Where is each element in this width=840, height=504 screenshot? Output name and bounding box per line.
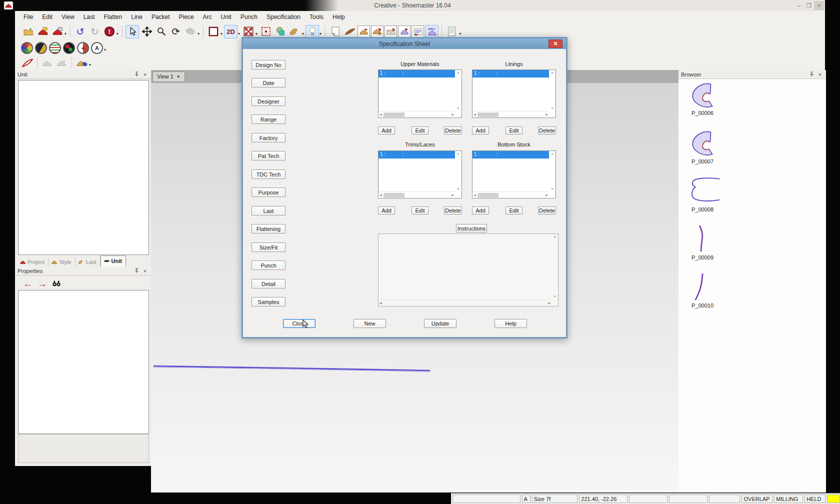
zoom-icon[interactable] [154, 25, 168, 38]
status-overlap-flag[interactable]: OVERLAP [742, 494, 772, 503]
undo-tools-caret-icon[interactable]: ▾ [116, 32, 118, 36]
scrollbar-thumb[interactable] [384, 193, 404, 198]
unit-tree-area[interactable] [18, 80, 149, 255]
piece-thumbnail[interactable] [690, 272, 710, 301]
piece-thumbnail[interactable] [688, 81, 720, 110]
save-style-icon[interactable] [50, 25, 64, 38]
join-piece-icon[interactable] [398, 26, 410, 38]
minimize-button[interactable]: – [794, 1, 804, 10]
properties-content-area[interactable] [18, 290, 149, 434]
scroll-right-icon[interactable]: ▶ [546, 113, 548, 116]
instructions-text-area[interactable]: ▲▼ ◀▶ [378, 234, 558, 306]
range-button[interactable]: Range [252, 114, 286, 124]
menu-piece[interactable]: Piece [174, 12, 198, 22]
tab-unit[interactable]: Unit [100, 256, 126, 266]
close-panel-icon[interactable]: × [816, 72, 824, 78]
piece-thumbnail[interactable] [688, 129, 720, 158]
lightbulb-caret-icon[interactable]: ▾ [320, 32, 322, 36]
pat-tech-button[interactable]: Pat Tech [252, 151, 286, 160]
next-arrow-icon[interactable]: → [38, 279, 47, 288]
scrollbar-thumb[interactable] [478, 112, 498, 117]
list-selected-row[interactable]: 1 : : [472, 151, 549, 158]
upper-add-button[interactable]: Add [378, 126, 395, 134]
list-selected-row[interactable]: 1 : : [472, 70, 549, 78]
scroll-up-icon[interactable]: ▲ [457, 71, 460, 74]
close-window-button[interactable]: × [814, 1, 824, 10]
copy-piece-icon[interactable] [371, 26, 384, 38]
zoom-region-icon[interactable] [259, 25, 272, 38]
piece-list-icon[interactable] [412, 26, 424, 38]
bottom-edit-button[interactable]: Edit [506, 206, 522, 214]
sole-pen-icon[interactable] [20, 56, 34, 70]
close-panel-icon[interactable]: × [142, 72, 148, 78]
trims-add-button[interactable]: Add [378, 206, 395, 214]
menu-help[interactable]: Help [328, 12, 350, 22]
edit-piece-icon[interactable] [343, 25, 356, 38]
samples-button[interactable]: Samples [252, 297, 286, 306]
file-tools-caret-icon[interactable]: ▾ [64, 32, 66, 36]
punch-button[interactable]: Punch [252, 260, 286, 270]
linings-delete-button[interactable]: Delete [538, 126, 556, 134]
new-button[interactable]: New [354, 319, 386, 328]
browser-item-label[interactable]: P_00007 [680, 158, 725, 164]
tdc-tech-button[interactable]: TDC Tech [252, 170, 286, 179]
close-panel-icon[interactable]: × [142, 268, 148, 274]
night-view-icon[interactable] [35, 42, 47, 54]
color-brush-icon[interactable] [75, 56, 88, 70]
upper-edit-button[interactable]: Edit [412, 126, 428, 134]
menu-specification[interactable]: Specification [262, 12, 305, 22]
instructions-button[interactable]: Instructions [456, 224, 487, 232]
scroll-left-icon[interactable]: ◀ [380, 302, 382, 304]
frame-icon[interactable] [206, 25, 220, 38]
trims-delete-button[interactable]: Delete [444, 206, 462, 214]
status-held-flag[interactable]: HELD [804, 494, 826, 503]
menu-view[interactable]: View [57, 12, 79, 22]
flatten-piece-icon[interactable] [55, 56, 68, 70]
view-tab[interactable]: View 1 ▼ [152, 72, 185, 82]
designer-button[interactable]: Designer [252, 96, 286, 106]
menu-line[interactable]: Line [126, 12, 147, 22]
last-caret-icon[interactable]: ▾ [302, 32, 304, 36]
open-style-icon[interactable] [36, 25, 50, 38]
menu-punch[interactable]: Punch [236, 12, 262, 22]
material-render-icon[interactable] [21, 42, 33, 54]
trims-edit-button[interactable]: Edit [412, 206, 428, 214]
scroll-down-icon[interactable]: ▼ [551, 107, 554, 110]
scroll-up-icon[interactable]: ▲ [457, 152, 460, 155]
scroll-left-icon[interactable]: ◀ [380, 113, 382, 116]
bottom-delete-button[interactable]: Delete [538, 206, 556, 214]
annotation-icon[interactable]: A [91, 42, 103, 54]
scrollbar-thumb[interactable] [478, 193, 498, 198]
scroll-up-icon[interactable]: ▲ [554, 235, 556, 238]
browser-item-label[interactable]: P_00010 [680, 302, 725, 308]
select-cursor-icon[interactable] [126, 25, 139, 38]
menu-flatten[interactable]: Flatten [100, 12, 127, 22]
last-icon[interactable] [288, 25, 302, 38]
size-fit-button[interactable]: Size/Fit [252, 242, 286, 252]
report-icon[interactable] [445, 25, 458, 38]
help-button[interactable]: Help [494, 319, 527, 328]
scroll-right-icon[interactable]: ▶ [452, 113, 454, 116]
upper-delete-button[interactable]: Delete [444, 126, 462, 134]
history-icon[interactable]: + [77, 42, 89, 54]
lightbulb-icon[interactable] [306, 25, 319, 38]
new-piece-icon[interactable] [328, 25, 342, 38]
scroll-down-icon[interactable]: ▼ [457, 107, 460, 110]
export-piece-icon[interactable] [384, 26, 397, 38]
tab-last[interactable]: Last [76, 257, 100, 266]
linings-edit-button[interactable]: Edit [506, 126, 522, 134]
status-milling-flag[interactable]: MILLING [774, 494, 803, 503]
redo-icon[interactable]: ↻ [88, 25, 102, 38]
frame-caret-icon[interactable]: ▾ [220, 32, 222, 36]
factory-button[interactable]: Factory [252, 133, 286, 142]
2d-mode-icon[interactable]: 2D [224, 25, 238, 38]
menu-tools[interactable]: Tools [305, 12, 328, 22]
scroll-down-icon[interactable]: ▼ [554, 295, 556, 298]
flattening-button[interactable]: Flattening [252, 224, 286, 234]
design-no-button[interactable]: Design No [252, 60, 286, 70]
mirror-piece-icon[interactable] [358, 26, 370, 38]
list-selected-row[interactable]: 1 : : [378, 151, 455, 158]
menu-file[interactable]: File [19, 12, 38, 22]
render-caret-icon[interactable]: ▾ [104, 48, 106, 52]
last-button[interactable]: Last [252, 206, 286, 216]
